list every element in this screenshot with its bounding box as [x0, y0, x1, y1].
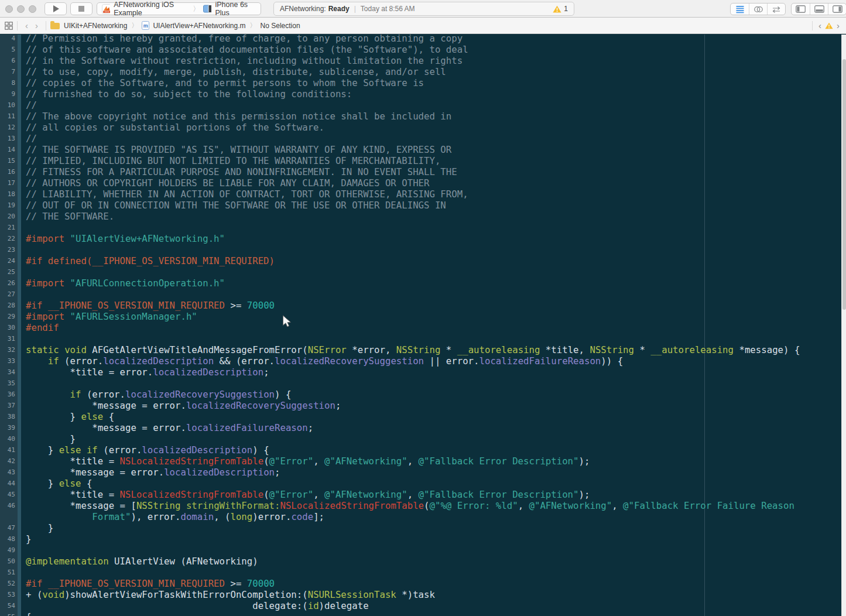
issue-warning-icon[interactable]: [825, 22, 833, 29]
code-line[interactable]: 47 }: [0, 522, 841, 533]
line-number[interactable]: 47: [0, 522, 18, 533]
line-number[interactable]: 16: [0, 166, 18, 177]
line-number[interactable]: 22: [0, 233, 18, 244]
code-line[interactable]: 49: [0, 545, 841, 556]
code-line[interactable]: 13//: [0, 133, 841, 144]
line-number[interactable]: 44: [0, 478, 18, 489]
code-line[interactable]: 44 } else {: [0, 478, 841, 489]
code-line[interactable]: 55{: [0, 611, 841, 616]
line-number[interactable]: 30: [0, 322, 18, 333]
code-line[interactable]: 41 } else if (error.localizedDescription…: [0, 444, 841, 456]
line-number[interactable]: 6: [0, 55, 18, 66]
line-number[interactable]: 25: [0, 266, 18, 278]
stop-button[interactable]: [70, 2, 93, 15]
line-number[interactable]: 26: [0, 278, 18, 289]
run-button[interactable]: [44, 2, 67, 15]
line-number[interactable]: 37: [0, 400, 18, 411]
code-line[interactable]: 23: [0, 244, 841, 255]
line-number[interactable]: 42: [0, 456, 18, 467]
toggle-inspector-button[interactable]: [828, 4, 846, 15]
line-number[interactable]: 29: [0, 311, 18, 322]
code-line[interactable]: 14// THE SOFTWARE IS PROVIDED "AS IS", W…: [0, 144, 841, 155]
line-number[interactable]: 19: [0, 200, 18, 211]
code-line[interactable]: 16// FITNESS FOR A PARTICULAR PURPOSE AN…: [0, 166, 841, 177]
line-number[interactable]: 53: [0, 589, 18, 600]
code-line[interactable]: 22#import "UIAlertView+AFNetworking.h": [0, 233, 841, 244]
line-number[interactable]: 27: [0, 289, 18, 300]
assistant-editor-button[interactable]: [749, 4, 767, 15]
code-line[interactable]: 5// of this software and associated docu…: [0, 44, 841, 55]
code-line[interactable]: 40 }: [0, 433, 841, 444]
line-number[interactable]: 35: [0, 378, 18, 389]
code-line[interactable]: 27: [0, 289, 841, 300]
line-number[interactable]: 23: [0, 244, 18, 255]
line-number[interactable]: 4: [0, 35, 18, 44]
code-line[interactable]: 37 *message = error.localizedRecoverySug…: [0, 400, 841, 411]
code-line[interactable]: 35: [0, 378, 841, 389]
line-number[interactable]: 21: [0, 222, 18, 233]
line-number[interactable]: 10: [0, 100, 18, 111]
breadcrumb-selection[interactable]: No Selection: [261, 22, 300, 30]
line-number[interactable]: 24: [0, 255, 18, 266]
line-number[interactable]: 52: [0, 578, 18, 589]
scrollbar-thumb[interactable]: [842, 59, 846, 310]
code-line[interactable]: 46 *message = [NSString stringWithFormat…: [0, 500, 841, 511]
line-number[interactable]: 34: [0, 367, 18, 378]
scrollbar[interactable]: [841, 35, 846, 616]
line-number[interactable]: 36: [0, 389, 18, 400]
line-number[interactable]: 14: [0, 144, 18, 155]
line-number[interactable]: 49: [0, 545, 18, 556]
line-number[interactable]: 5: [0, 44, 18, 55]
line-number[interactable]: 51: [0, 567, 18, 578]
issue-previous-button[interactable]: ‹: [817, 21, 823, 30]
code-line[interactable]: 11// The above copyright notice and this…: [0, 111, 841, 122]
code-line[interactable]: 34 *title = error.localizedDescription;: [0, 367, 841, 378]
code-line[interactable]: 32static void AFGetAlertViewTitleAndMess…: [0, 344, 841, 355]
code-line[interactable]: 18// LIABILITY, WHETHER IN AN ACTION OF …: [0, 189, 841, 200]
line-number[interactable]: 11: [0, 111, 18, 122]
line-number[interactable]: 46: [0, 500, 18, 511]
toggle-navigator-button[interactable]: [792, 4, 810, 15]
line-number[interactable]: 9: [0, 88, 18, 100]
code-line[interactable]: 7// to use, copy, modify, merge, publish…: [0, 66, 841, 77]
code-line[interactable]: 28#if __IPHONE_OS_VERSION_MIN_REQUIRED >…: [0, 300, 841, 311]
code-line[interactable]: 45 *title = NSLocalizedStringFromTable(@…: [0, 489, 841, 500]
code-line[interactable]: 53+ (void)showAlertViewForTaskWithErrorO…: [0, 589, 841, 600]
close-window-button[interactable]: [5, 5, 13, 13]
code-line[interactable]: 39 *message = error.localizedFailureReas…: [0, 422, 841, 433]
toggle-debug-area-button[interactable]: [810, 4, 828, 15]
line-number[interactable]: 13: [0, 133, 18, 144]
line-number[interactable]: 48: [0, 533, 18, 545]
code-line[interactable]: 12// all copies or substantial portions …: [0, 122, 841, 133]
version-editor-button[interactable]: [767, 4, 785, 15]
code-line[interactable]: 4// Permission is hereby granted, free o…: [0, 35, 841, 44]
line-number[interactable]: 31: [0, 333, 18, 344]
line-number[interactable]: 17: [0, 177, 18, 189]
code-line[interactable]: 20// THE SOFTWARE.: [0, 211, 841, 222]
source-editor[interactable]: 4// Permission is hereby granted, free o…: [0, 35, 846, 616]
code-line[interactable]: 24#if defined(__IPHONE_OS_VERSION_MIN_RE…: [0, 255, 841, 266]
code-line[interactable]: 15// IMPLIED, INCLUDING BUT NOT LIMITED …: [0, 155, 841, 166]
code-line[interactable]: 42 *title = NSLocalizedStringFromTable(@…: [0, 456, 841, 467]
line-number[interactable]: 39: [0, 422, 18, 433]
code-line[interactable]: 10//: [0, 100, 841, 111]
issues-summary[interactable]: 1: [553, 5, 568, 13]
standard-editor-button[interactable]: [731, 4, 749, 15]
code-line[interactable]: 17// AUTHORS OR COPYRIGHT HOLDERS BE LIA…: [0, 177, 841, 189]
line-number[interactable]: 15: [0, 155, 18, 166]
code-line[interactable]: 54 delegate:(id)delegate: [0, 600, 841, 611]
scheme-selector[interactable]: AFNetworking iOS Example 〉 iPhone 6s Plu…: [97, 2, 261, 15]
line-number[interactable]: 7: [0, 66, 18, 77]
code-line[interactable]: 33 if (error.localizedDescription && (er…: [0, 355, 841, 367]
forward-button[interactable]: ›: [32, 21, 42, 30]
code-line[interactable]: 50@implementation UIAlertView (AFNetwork…: [0, 556, 841, 567]
breadcrumb-group[interactable]: UIKit+AFNetworking: [64, 22, 127, 30]
code-line[interactable]: 43 *message = error.localizedDescription…: [0, 467, 841, 478]
code-line[interactable]: 31: [0, 333, 841, 344]
code-line[interactable]: 36 if (error.localizedRecoverySuggestion…: [0, 389, 841, 400]
code-line[interactable]: 21: [0, 222, 841, 233]
line-number[interactable]: 54: [0, 600, 18, 611]
code-line[interactable]: 19// OUT OF OR IN CONNECTION WITH THE SO…: [0, 200, 841, 211]
line-number[interactable]: 8: [0, 77, 18, 88]
back-button[interactable]: ‹: [22, 21, 32, 30]
